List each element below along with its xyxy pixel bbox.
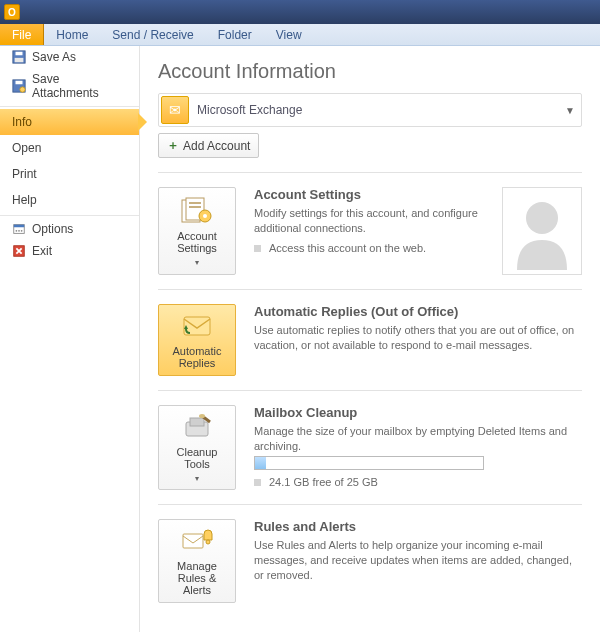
section-title: Automatic Replies (Out of Office) (254, 304, 582, 319)
section-title: Mailbox Cleanup (254, 405, 582, 420)
plus-icon: ＋ (167, 137, 179, 154)
save-attachments-icon (12, 79, 26, 93)
section-title: Rules and Alerts (254, 519, 582, 534)
section-automatic-replies: Automatic Replies Automatic Replies (Out… (158, 304, 582, 376)
ribbon-tabs: File Home Send / Receive Folder View (0, 24, 600, 46)
avatar-placeholder-icon (507, 192, 577, 270)
sidebar-item-open[interactable]: Open (0, 135, 139, 161)
svg-rect-2 (15, 58, 24, 62)
sidebar-item-label: Print (12, 167, 37, 181)
sidebar-item-print[interactable]: Print (0, 161, 139, 187)
automatic-replies-btn-label: Automatic Replies (163, 345, 231, 369)
svg-point-10 (21, 230, 23, 232)
section-mailbox-cleanup: Cleanup Tools▾ Mailbox Cleanup Manage th… (158, 405, 582, 490)
sidebar-item-label: Save As (32, 50, 76, 64)
sidebar-item-exit[interactable]: Exit (0, 240, 139, 262)
manage-rules-btn-label: Manage Rules & Alerts (163, 560, 231, 596)
options-icon (12, 222, 26, 236)
rules-alerts-icon (180, 526, 214, 556)
sidebar-item-label: Open (12, 141, 41, 155)
outlook-app-icon: O (4, 4, 20, 20)
account-avatar (502, 187, 582, 275)
sidebar-item-label: Exit (32, 244, 52, 258)
bullet-icon (254, 245, 261, 252)
account-settings-btn-label: Account Settings (163, 230, 231, 254)
svg-point-5 (20, 87, 25, 92)
svg-rect-14 (189, 202, 201, 204)
exchange-account-icon: ✉ (161, 96, 189, 124)
quota-text: 24.1 GB free of 25 GB (269, 476, 378, 488)
section-separator (158, 172, 582, 173)
section-rules-alerts: Manage Rules & Alerts Rules and Alerts U… (158, 519, 582, 603)
sidebar-separator (0, 106, 139, 107)
bullet-icon (254, 479, 261, 486)
automatic-replies-button[interactable]: Automatic Replies (158, 304, 236, 376)
backstage-content: Account Information ✉ Microsoft Exchange… (140, 46, 600, 632)
svg-rect-1 (16, 52, 23, 56)
section-separator (158, 289, 582, 290)
page-title: Account Information (158, 60, 582, 83)
mailbox-quota-fill (255, 457, 266, 469)
bullet-text: Access this account on the web. (269, 242, 426, 254)
tab-send-receive[interactable]: Send / Receive (100, 24, 205, 45)
sidebar-item-help[interactable]: Help (0, 187, 139, 213)
section-separator (158, 390, 582, 391)
account-selector[interactable]: ✉ Microsoft Exchange ▼ (158, 93, 582, 127)
quota-text-row: 24.1 GB free of 25 GB (254, 476, 582, 488)
svg-rect-15 (189, 206, 201, 208)
svg-point-23 (199, 414, 205, 418)
mailbox-quota-bar (254, 456, 484, 470)
section-desc: Use Rules and Alerts to help organize yo… (254, 538, 582, 583)
save-icon (12, 50, 26, 64)
account-settings-button[interactable]: Account Settings▾ (158, 187, 236, 275)
sidebar-item-save-as[interactable]: Save As (0, 46, 139, 68)
manage-rules-alerts-button[interactable]: Manage Rules & Alerts (158, 519, 236, 603)
svg-point-17 (203, 214, 207, 218)
sidebar-separator (0, 215, 139, 216)
backstage-sidebar: Save As Save Attachments Info Open Print… (0, 46, 140, 632)
tab-file[interactable]: File (0, 24, 44, 45)
tab-home[interactable]: Home (44, 24, 100, 45)
section-title: Account Settings (254, 187, 484, 202)
sidebar-item-label: Save Attachments (32, 72, 127, 100)
svg-point-9 (18, 230, 20, 232)
add-account-button[interactable]: ＋ Add Account (158, 133, 259, 158)
section-bullet: Access this account on the web. (254, 242, 484, 254)
account-settings-icon (180, 196, 214, 226)
sidebar-item-label: Info (12, 115, 32, 129)
svg-point-25 (206, 540, 210, 544)
automatic-replies-icon (180, 311, 214, 341)
cleanup-tools-btn-label: Cleanup Tools (163, 446, 231, 470)
section-account-settings: Account Settings▾ Account Settings Modif… (158, 187, 582, 275)
sidebar-item-options[interactable]: Options (0, 218, 139, 240)
window-titlebar: O (0, 0, 600, 24)
exit-icon (12, 244, 26, 258)
svg-point-8 (16, 230, 18, 232)
sidebar-item-label: Help (12, 193, 37, 207)
svg-rect-24 (183, 534, 203, 548)
sidebar-item-save-attachments[interactable]: Save Attachments (0, 68, 139, 104)
svg-point-18 (526, 202, 558, 234)
tab-folder[interactable]: Folder (206, 24, 264, 45)
add-account-label: Add Account (183, 139, 250, 153)
tab-view[interactable]: View (264, 24, 314, 45)
section-desc: Use automatic replies to notify others t… (254, 323, 582, 353)
section-desc: Manage the size of your mailbox by empty… (254, 424, 582, 454)
chevron-down-icon: ▼ (565, 105, 575, 116)
cleanup-tools-icon (180, 412, 214, 442)
sidebar-item-label: Options (32, 222, 73, 236)
dropdown-caret-icon: ▾ (195, 474, 199, 483)
svg-rect-4 (16, 81, 23, 85)
sidebar-item-info[interactable]: Info (0, 109, 139, 135)
section-desc: Modify settings for this account, and co… (254, 206, 484, 236)
section-separator (158, 504, 582, 505)
dropdown-caret-icon: ▾ (195, 258, 199, 267)
svg-rect-22 (190, 418, 204, 426)
cleanup-tools-button[interactable]: Cleanup Tools▾ (158, 405, 236, 490)
account-name: Microsoft Exchange (197, 103, 302, 117)
svg-rect-7 (14, 225, 25, 228)
